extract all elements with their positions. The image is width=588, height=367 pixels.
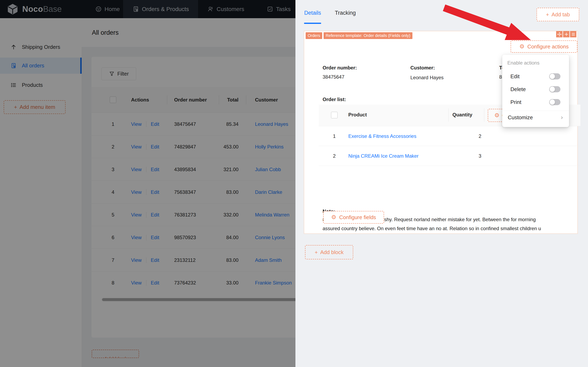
- header-product: Product: [348, 112, 367, 118]
- menu-item-label: Edit: [510, 73, 520, 80]
- delete-toggle[interactable]: [549, 86, 560, 92]
- order-list-label: Order list:: [323, 97, 346, 102]
- details-drawer: Details Tracking + Add tab Orders Refere…: [295, 0, 588, 367]
- order-number-label: Order number:: [323, 65, 357, 71]
- row-index: 1: [331, 126, 338, 146]
- menu-icon: [571, 32, 576, 37]
- add-to-block-button[interactable]: [563, 31, 569, 37]
- menu-item-edit[interactable]: Edit: [502, 70, 569, 83]
- menu-item-customize[interactable]: Customize ›: [502, 111, 569, 124]
- move-icon: [557, 32, 562, 37]
- product-link[interactable]: Exercise & Fitness Accessories: [348, 133, 416, 139]
- customize-label: Customize: [508, 114, 533, 121]
- configure-fields-label: Configure fields: [339, 214, 376, 221]
- add-tab-button[interactable]: + Add tab: [537, 8, 579, 21]
- add-block-label: Add block: [320, 249, 344, 256]
- chevron-right-icon: ›: [561, 114, 563, 121]
- tab-tracking[interactable]: Tracking: [335, 10, 356, 16]
- select-all-checkbox[interactable]: [331, 112, 338, 118]
- configure-fields-button[interactable]: ⚙ Configure fields: [323, 211, 384, 224]
- toggle-knob: [550, 74, 555, 79]
- block-settings-button[interactable]: [570, 31, 576, 37]
- menu-item-label: Delete: [510, 86, 526, 92]
- drawer-backdrop-mask[interactable]: [0, 0, 295, 367]
- gear-icon: ⚙: [331, 214, 336, 220]
- edit-toggle[interactable]: [549, 73, 560, 79]
- gear-icon: ⚙: [494, 113, 499, 118]
- order-list-row: 1Exercise & Fitness Accessories2: [319, 126, 580, 146]
- enable-actions-header: Enable actions: [507, 60, 539, 66]
- plus-icon: [564, 32, 569, 37]
- tab-details[interactable]: Details: [304, 10, 321, 16]
- note-text-line2: assured country believe. On even feet ti…: [323, 226, 541, 231]
- plus-icon: +: [546, 11, 549, 18]
- block-badge-template: Reference template: Order details (Field…: [324, 32, 412, 39]
- menu-item-label: Print: [510, 99, 521, 105]
- product-link[interactable]: Ninja CREAMi Ice Cream Maker: [348, 153, 418, 159]
- menu-item-print[interactable]: Print: [502, 96, 569, 109]
- row-index: 2: [331, 146, 338, 166]
- add-tab-label: Add tab: [551, 11, 570, 18]
- add-block-button[interactable]: + Add block: [305, 245, 353, 259]
- block-badge-collection: Orders: [306, 32, 322, 39]
- table-bottom-border: [319, 166, 580, 166]
- enable-actions-menu: Enable actions Edit Delete Print Customi…: [502, 55, 569, 127]
- menu-item-delete[interactable]: Delete: [502, 83, 569, 96]
- order-list-row: 2Ninja CREAMi Ice Cream Maker3: [319, 146, 580, 166]
- order-number-value: 38475647: [323, 74, 344, 80]
- column-divider: [448, 108, 449, 122]
- active-tab-underline: [304, 23, 321, 24]
- print-toggle[interactable]: [549, 99, 560, 105]
- plus-icon: +: [315, 249, 318, 256]
- toggle-knob: [550, 100, 555, 105]
- customer-value-link[interactable]: Leonard Hayes: [410, 75, 444, 81]
- gear-icon: ⚙: [519, 44, 524, 50]
- toggle-knob: [550, 87, 555, 92]
- configure-actions-button[interactable]: ⚙ Configure actions: [511, 41, 577, 53]
- header-quantity: Quantity: [452, 112, 472, 118]
- quantity-cell: 3: [476, 146, 484, 166]
- quantity-cell: 2: [476, 126, 484, 146]
- drag-block-handle[interactable]: [556, 31, 563, 37]
- customer-label: Customer:: [410, 65, 435, 71]
- configure-actions-label: Configure actions: [527, 43, 569, 50]
